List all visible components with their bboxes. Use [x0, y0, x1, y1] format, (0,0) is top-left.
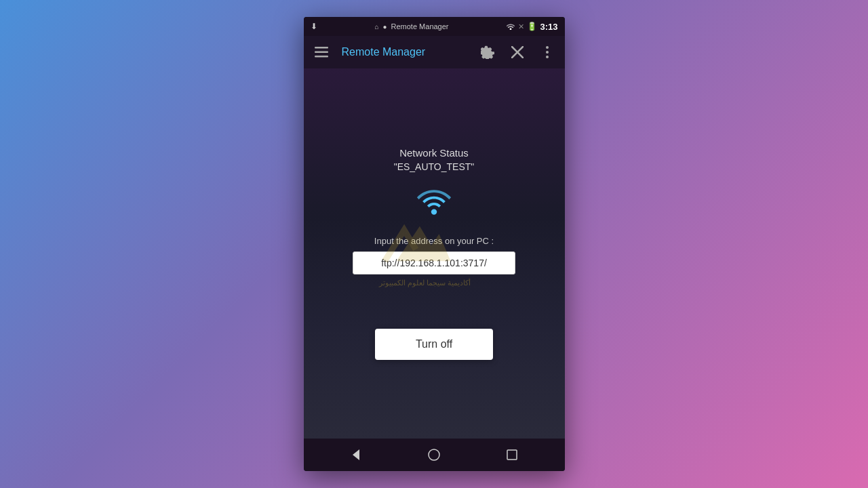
status-time: 3:13 [540, 22, 557, 32]
svg-point-7 [546, 56, 549, 58]
phone-frame: ⬇ ⌂ ● Remote Manager ✕ 🔋 3:13 [304, 17, 565, 471]
menu-button[interactable] [312, 43, 331, 62]
settings-button[interactable] [478, 43, 497, 62]
svg-point-6 [546, 51, 549, 54]
signal-icon: ✕ [518, 22, 524, 31]
battery-icon: 🔋 [527, 22, 537, 31]
svg-rect-10 [507, 450, 517, 460]
home-breadcrumb-icon: ⌂ [374, 23, 378, 30]
recents-button[interactable] [498, 441, 526, 468]
more-button[interactable] [538, 43, 557, 62]
nav-bar [304, 439, 565, 471]
status-bar-center: ⌂ ● Remote Manager [374, 22, 448, 30]
svg-marker-8 [353, 449, 359, 460]
notification-icon: ⬇ [311, 22, 317, 31]
svg-rect-0 [315, 47, 328, 49]
main-content: أكاديمية سيجما لعلوم الكمبيوتر Network S… [304, 68, 565, 439]
status-bar-left: ⬇ [311, 22, 317, 31]
input-label: Input the address on your PC : [374, 236, 494, 246]
wifi-connected-icon [414, 186, 454, 222]
watermark-text: أكاديمية سيجما لعلوم الكمبيوتر [379, 278, 471, 288]
status-bar: ⬇ ⌂ ● Remote Manager ✕ 🔋 3:13 [304, 17, 565, 36]
app-breadcrumb-label: Remote Manager [391, 22, 449, 30]
close-button[interactable] [508, 43, 527, 62]
ftp-address-display: ftp://192.168.1.101:3717/ [353, 251, 515, 274]
network-ssid: "ES_AUTO_TEST" [394, 161, 475, 172]
home-button[interactable] [420, 441, 448, 468]
back-button[interactable] [342, 441, 370, 468]
wifi-status-icon [506, 22, 515, 32]
turn-off-button[interactable]: Turn off [375, 329, 493, 360]
svg-rect-1 [315, 52, 328, 54]
app-bar: Remote Manager [304, 36, 565, 68]
svg-point-5 [546, 46, 549, 49]
breadcrumb-separator: ● [382, 23, 387, 30]
status-bar-right: ✕ 🔋 3:13 [506, 22, 557, 32]
svg-rect-2 [315, 56, 328, 58]
svg-point-9 [429, 449, 439, 460]
app-title: Remote Manager [342, 46, 467, 58]
network-status-label: Network Status [399, 147, 469, 159]
